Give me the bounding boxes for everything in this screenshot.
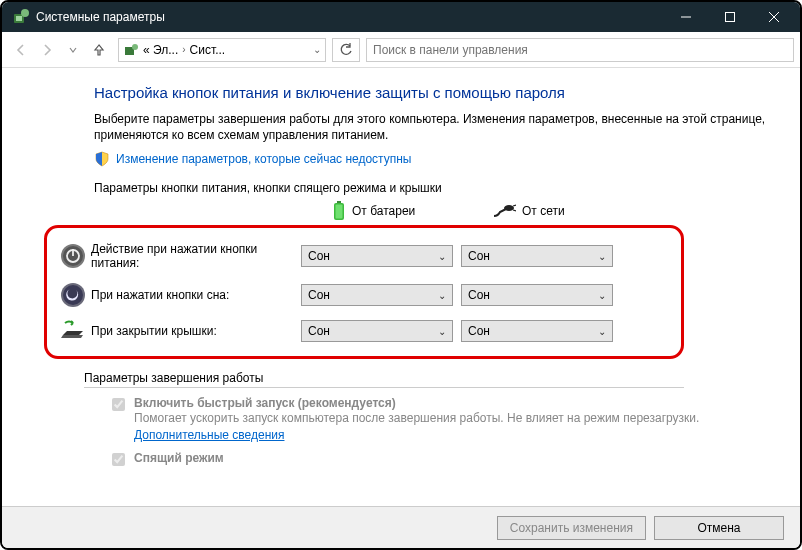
recent-button[interactable] — [60, 37, 86, 63]
svg-rect-1 — [16, 16, 22, 21]
sleep-button-label: При нажатии кнопки сна: — [91, 288, 301, 302]
battery-header: От батареи — [306, 201, 466, 221]
fast-startup-row: Включить быстрый запуск (рекомендуется) … — [84, 396, 774, 442]
sleep-button-plugged-select[interactable]: Сон⌄ — [461, 284, 613, 306]
breadcrumb-2[interactable]: Сист... — [190, 43, 226, 57]
footer: Сохранить изменения Отмена — [2, 506, 800, 548]
svg-point-2 — [21, 9, 29, 17]
lid-close-row: При закрытии крышки: Сон⌄ Сон⌄ — [53, 314, 675, 348]
laptop-lid-icon — [55, 320, 91, 342]
svg-rect-11 — [336, 205, 343, 219]
page-title: Настройка кнопок питания и включение защ… — [94, 84, 774, 101]
chevron-down-icon: ⌄ — [598, 290, 606, 301]
shutdown-section: Параметры завершения работы Включить быс… — [84, 371, 774, 468]
power-button-icon — [55, 243, 91, 269]
navbar: « Эл... › Сист... ⌄ — [2, 32, 800, 68]
power-button-battery-select[interactable]: Сон⌄ — [301, 245, 453, 267]
chevron-right-icon: › — [182, 44, 185, 55]
back-button[interactable] — [8, 37, 34, 63]
svg-point-12 — [504, 205, 514, 211]
up-button[interactable] — [86, 37, 112, 63]
sleep-button-icon — [55, 282, 91, 308]
chevron-down-icon: ⌄ — [598, 251, 606, 262]
power-button-row: Действие при нажатии кнопки питания: Сон… — [53, 236, 675, 276]
chevron-down-icon: ⌄ — [598, 326, 606, 337]
chevron-down-icon: ⌄ — [438, 326, 446, 337]
sleep-mode-checkbox[interactable] — [112, 453, 125, 466]
close-button[interactable] — [752, 2, 796, 32]
refresh-button[interactable] — [332, 38, 360, 62]
titlebar: Системные параметры — [2, 2, 800, 32]
lid-close-label: При закрытии крышки: — [91, 324, 301, 338]
sleep-mode-title: Спящий режим — [134, 451, 224, 465]
chevron-down-icon[interactable]: ⌄ — [313, 44, 321, 55]
plug-icon — [492, 204, 516, 218]
svg-point-20 — [63, 285, 83, 305]
svg-point-8 — [132, 44, 138, 50]
address-bar-wrap: « Эл... › Сист... ⌄ — [118, 38, 360, 62]
svg-rect-9 — [337, 201, 341, 203]
svg-rect-4 — [726, 13, 735, 22]
battery-icon — [332, 201, 346, 221]
unlock-link-row: Изменение параметров, которые сейчас нед… — [94, 151, 774, 167]
sleep-button-battery-select[interactable]: Сон⌄ — [301, 284, 453, 306]
content-area: Настройка кнопок питания и включение защ… — [2, 68, 800, 506]
chevron-down-icon: ⌄ — [438, 290, 446, 301]
column-headers: От батареи От сети — [94, 201, 774, 221]
fast-startup-desc: Помогает ускорить запуск компьютера посл… — [134, 410, 774, 442]
sleep-button-row: При нажатии кнопки сна: Сон⌄ Сон⌄ — [53, 276, 675, 314]
svg-line-13 — [513, 205, 516, 206]
address-bar[interactable]: « Эл... › Сист... ⌄ — [118, 38, 326, 62]
svg-line-14 — [513, 210, 516, 211]
shutdown-section-label: Параметры завершения работы — [84, 371, 684, 388]
chevron-down-icon: ⌄ — [438, 251, 446, 262]
plugged-header: От сети — [466, 204, 626, 218]
unlock-settings-link[interactable]: Изменение параметров, которые сейчас нед… — [116, 152, 412, 166]
breadcrumb-1[interactable]: « Эл... — [143, 43, 178, 57]
forward-button[interactable] — [34, 37, 60, 63]
fast-startup-checkbox[interactable] — [112, 398, 125, 411]
page-description: Выберите параметры завершения работы для… — [94, 111, 774, 143]
save-button[interactable]: Сохранить изменения — [497, 516, 646, 540]
sleep-mode-row: Спящий режим — [84, 451, 774, 469]
fast-startup-more-link[interactable]: Дополнительные сведения — [134, 428, 284, 442]
window-title: Системные параметры — [36, 10, 664, 24]
power-buttons-section-label: Параметры кнопки питания, кнопки спящего… — [94, 181, 774, 195]
search-input[interactable] — [367, 39, 793, 61]
maximize-button[interactable] — [708, 2, 752, 32]
power-options-icon — [123, 42, 139, 58]
window: Системные параметры « Эл... › Сист... ⌄ — [0, 0, 802, 550]
power-button-label: Действие при нажатии кнопки питания: — [91, 242, 301, 270]
app-icon — [12, 8, 30, 26]
cancel-button[interactable]: Отмена — [654, 516, 784, 540]
lid-close-battery-select[interactable]: Сон⌄ — [301, 320, 453, 342]
minimize-button[interactable] — [664, 2, 708, 32]
power-button-plugged-select[interactable]: Сон⌄ — [461, 245, 613, 267]
highlighted-settings: Действие при нажатии кнопки питания: Сон… — [44, 225, 684, 359]
fast-startup-title: Включить быстрый запуск (рекомендуется) — [134, 396, 774, 410]
lid-close-plugged-select[interactable]: Сон⌄ — [461, 320, 613, 342]
shield-icon — [94, 151, 110, 167]
search-box[interactable] — [366, 38, 794, 62]
